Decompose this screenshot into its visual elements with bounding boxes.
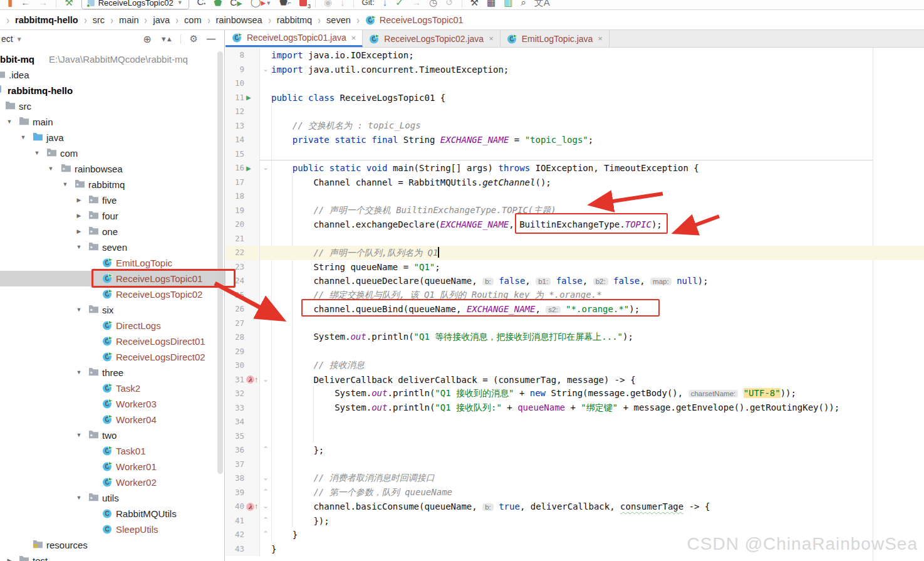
services-icon[interactable]: ▦ (487, 0, 496, 10)
build-hammer-icon[interactable]: ⚒ (65, 0, 73, 10)
fold-marker-icon[interactable]: ⌃ (259, 514, 271, 528)
stop-icon[interactable]: 3 (299, 0, 307, 6)
tree-item-java[interactable]: ▼java (0, 130, 226, 145)
chevron-right-icon[interactable]: ▶ (75, 208, 83, 224)
code-line[interactable]: 8import java.io.IOException; (226, 48, 924, 63)
chevron-down-icon[interactable]: ▼ (61, 177, 70, 192)
undo-icon[interactable]: ↺ (445, 0, 454, 10)
chevron-down-icon[interactable]: ▼ (75, 365, 83, 380)
fold-marker-icon[interactable]: ⌄ (259, 161, 271, 176)
chevron-right-icon[interactable]: ▶ (5, 553, 14, 561)
hide-panel-icon[interactable]: — (207, 34, 215, 44)
tree-item-receivelogsdirect02[interactable]: CReceiveLogsDirect02 (0, 349, 226, 365)
tree-item-directlogs[interactable]: CDirectLogs (0, 318, 226, 333)
attach-debugger-icon[interactable]: ⬟⌐ (279, 0, 291, 10)
chevron-down-icon[interactable]: ▼ (75, 302, 83, 318)
tree-item-sleeputils[interactable]: CSleepUtils (0, 522, 226, 537)
code-line[interactable]: 30 // 接收消息 (226, 359, 924, 373)
code-line[interactable]: 33 System.out.println("Q1 接收队列:" + queue… (226, 401, 924, 416)
tree-item-task2[interactable]: CTask2 (0, 380, 226, 396)
tree-item-utils[interactable]: ▼utils (0, 490, 226, 506)
project-tree-scrollbar[interactable] (217, 51, 223, 474)
code-line[interactable]: 23 String queueName = "Q1"; (226, 260, 924, 275)
user-icon[interactable]: ◉ (324, 0, 332, 10)
tree-item-rabbitmq-hello[interactable]: rabbitmq-hello (0, 83, 226, 98)
tree-item-worker04[interactable]: CWorker04 (0, 412, 226, 427)
tree-item-src[interactable]: src (0, 98, 226, 114)
code-line[interactable]: 36⌃ }; (226, 443, 924, 458)
code-line[interactable]: 32 System.out.println("Q1 接收到的消息" + new … (226, 387, 924, 401)
profile-icon[interactable]: ◯▶▼ (251, 0, 271, 10)
search-icon[interactable]: ⌕ (521, 0, 526, 10)
lambda-gutter-icon[interactable]: λ (246, 503, 254, 511)
chevron-down-icon[interactable]: ▼ (19, 130, 28, 145)
fold-marker-icon[interactable]: ⌄ (259, 373, 271, 387)
fold-marker-icon[interactable]: ⌃ (259, 486, 271, 500)
code-line[interactable]: 35 (226, 429, 924, 444)
breadcrumb-item[interactable]: com (184, 15, 201, 25)
code-line[interactable]: 13 // 交换机名为 : topic_Logs (226, 119, 924, 134)
chevron-down-icon[interactable]: ▼ (46, 161, 55, 177)
close-icon[interactable]: × (598, 34, 603, 43)
code-line[interactable]: 31λ↑⌄ DeliverCallback deliverCallback = … (226, 373, 924, 387)
code-line[interactable]: 15 (226, 147, 924, 162)
code-line[interactable]: 37 (226, 458, 924, 472)
code-line[interactable]: 40λ↑⌄ channel.basicConsume(queueName, b:… (226, 500, 924, 514)
image-icon[interactable]: ▥ (504, 0, 512, 10)
tree-item-three[interactable]: ▼three (0, 365, 226, 380)
tree-item-receivelogsdirect01[interactable]: CReceiveLogsDirect01 (0, 333, 226, 349)
tree-item-six[interactable]: ▼six (0, 302, 226, 318)
translate-icon[interactable]: 文A (534, 0, 550, 10)
tree-item-receivelogstopic02[interactable]: CReceiveLogsTopic02 (0, 286, 226, 302)
tree-item-test[interactable]: ▶test (0, 553, 226, 561)
locate-file-icon[interactable]: ⊕ (143, 33, 151, 45)
tree-item-resources[interactable]: resources (0, 537, 226, 553)
code-line[interactable]: 41⌃ }); (226, 514, 924, 528)
tree-item-worker01[interactable]: CWorker01 (0, 459, 226, 474)
run-config-select[interactable]: ReceiveLogsTopic02 ▼ (81, 0, 189, 9)
code-line[interactable]: 17 Channel channel = RabbitMQUtils.getCh… (226, 176, 924, 190)
breadcrumb-item[interactable]: seven (326, 15, 351, 25)
code-line[interactable]: 28 System.out.println("Q1 等待接收消息，把接收到消息打… (226, 330, 924, 345)
wrench-icon[interactable]: ⚒ (470, 0, 479, 10)
history-icon[interactable]: ◷ (429, 0, 437, 10)
breadcrumb-item[interactable]: main (119, 15, 138, 25)
tree-item-rainbowsea[interactable]: ▼rainbowsea (0, 161, 226, 177)
chevron-right-icon[interactable]: ▶ (75, 192, 83, 208)
code-line[interactable]: 14 private static final String EXCHANGE_… (226, 133, 924, 147)
run-icon[interactable]: C▶ (230, 0, 242, 10)
code-line[interactable]: 29 (226, 345, 924, 359)
code-line[interactable]: 27 (226, 317, 924, 331)
code-line[interactable]: 22 // 声明一个队列,队列名为 Q1 (226, 246, 924, 260)
tree-item-main[interactable]: ▼main (0, 114, 226, 130)
git-update-icon[interactable]: ↓ (383, 0, 388, 10)
code-line[interactable]: 24 channel.queueDeclare(queueName, b: fa… (226, 274, 924, 288)
fold-marker-icon[interactable]: ⌄ (259, 500, 271, 514)
tree-item-four[interactable]: ▶four (0, 208, 226, 224)
tree-item-com[interactable]: ▼com (0, 145, 226, 161)
chevron-down-icon[interactable]: ▼ (75, 239, 83, 255)
code-line[interactable]: 16▶⌄ public static void main(String[] ar… (226, 161, 924, 176)
chevron-down-icon[interactable]: ▼ (75, 490, 83, 506)
breadcrumb-item[interactable]: rabbitmq (277, 15, 312, 25)
tree-item-two[interactable]: ▼two (0, 427, 226, 443)
code-line[interactable]: 9⌄import java.util.concurrent.TimeoutExc… (226, 63, 924, 77)
run-gutter-icon[interactable]: ▶ (246, 94, 251, 101)
collapse-all-icon[interactable]: ▼▲ (160, 35, 172, 43)
editor-tab[interactable]: C ReceiveLogsTopic02.java × (363, 30, 500, 47)
lambda-gutter-icon[interactable]: λ (246, 375, 254, 384)
fold-marker-icon[interactable]: ⌄ (259, 471, 271, 486)
code-line[interactable]: 12 (226, 105, 924, 119)
breadcrumb-item[interactable]: rabbitmq-hello (15, 15, 78, 25)
breadcrumb-leaf[interactable]: CReceiveLogsTopic01 (365, 15, 464, 25)
code-line[interactable]: 34 (226, 415, 924, 429)
editor-tab[interactable]: C ReceiveLogsTopic01.java × (226, 30, 363, 47)
code-line[interactable]: 11▶public class ReceiveLogsTopic01 { (226, 91, 924, 105)
close-icon[interactable]: × (351, 33, 356, 43)
debug-icon[interactable]: ⬟ (214, 0, 222, 10)
code-line[interactable]: 18 (226, 189, 924, 204)
git-commit-icon[interactable]: ✓ (395, 0, 403, 10)
tree-item-worker02[interactable]: CWorker02 (0, 474, 226, 490)
tree-item-task01[interactable]: CTask01 (0, 443, 226, 459)
fold-marker-icon[interactable]: ⌄ (259, 63, 271, 77)
